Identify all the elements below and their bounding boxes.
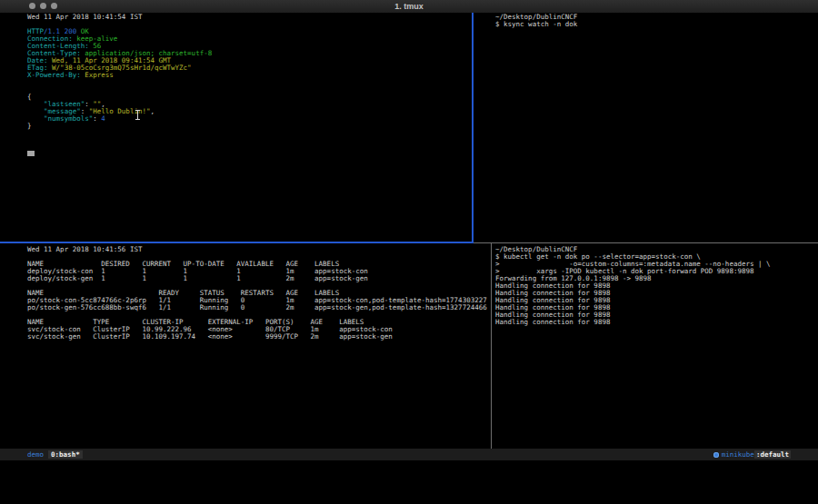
tmux-status-bar: demo 0:bash* minikube :default xyxy=(0,449,818,460)
terminal-line: "numsymbols": 4 xyxy=(27,115,469,123)
pane-ksync-watch[interactable]: ~/Desktop/DublinCNCF$ ksync watch -n dok xyxy=(495,14,815,28)
terminal-line: $ ksync watch -n dok xyxy=(495,21,815,28)
terminal-line: Handling connection for 9898 xyxy=(495,319,815,326)
terminal-line: po/stock-gen-576cc688bb-swqf6 1/1 Runnin… xyxy=(27,304,488,311)
pane-divider-vertical-bottom[interactable] xyxy=(491,243,492,449)
terminal-line xyxy=(27,79,469,86)
pane-kubectl-resources[interactable]: Wed 11 Apr 2018 10:41:56 IST NAME DESIRE… xyxy=(27,246,488,341)
terminal-line xyxy=(27,21,469,28)
pane-http-response[interactable]: Wed 11 Apr 2018 10:41:54 IST HTTP/1.1 20… xyxy=(27,14,469,130)
terminal-line: X-Powered-By: Express xyxy=(27,72,469,79)
pane-port-forward[interactable]: ~/Desktop/DublinCNCF$ kubectl get -n dok… xyxy=(495,246,815,326)
tmux-status-left: demo 0:bash* xyxy=(27,450,83,459)
window-titlebar[interactable]: 1. tmux xyxy=(0,0,818,14)
terminal-line: svc/stock-gen ClusterIP 10.109.197.74 <n… xyxy=(27,333,488,341)
mouse-text-cursor-icon xyxy=(135,110,140,120)
terminal-cursor xyxy=(27,151,35,156)
kube-namespace: :default xyxy=(754,450,791,459)
terminal-line: deploy/stock-gen 1 1 1 1 2m app=stock-ge… xyxy=(27,275,488,282)
pane-divider-vertical-top[interactable] xyxy=(472,13,474,242)
window-title: 1. tmux xyxy=(0,2,818,11)
terminal-line: } xyxy=(27,123,469,130)
terminal-window: 1. tmux Wed 11 Apr 2018 10:41:54 IST HTT… xyxy=(0,0,818,460)
tmux-window-tab[interactable]: 0:bash* xyxy=(48,450,83,459)
kube-context: minikube xyxy=(722,450,754,459)
terminal-line: Wed 11 Apr 2018 10:41:54 IST xyxy=(27,14,469,21)
terminal-line xyxy=(27,86,469,94)
terminal-line: Wed 11 Apr 2018 10:41:56 IST xyxy=(27,246,488,253)
pane-divider-horizontal-left[interactable] xyxy=(0,242,474,243)
kubernetes-helm-icon xyxy=(713,452,719,458)
pane-divider-horizontal-right[interactable] xyxy=(474,242,818,243)
tmux-session-name: demo xyxy=(27,450,44,459)
tmux-status-right: minikube :default xyxy=(713,450,791,459)
